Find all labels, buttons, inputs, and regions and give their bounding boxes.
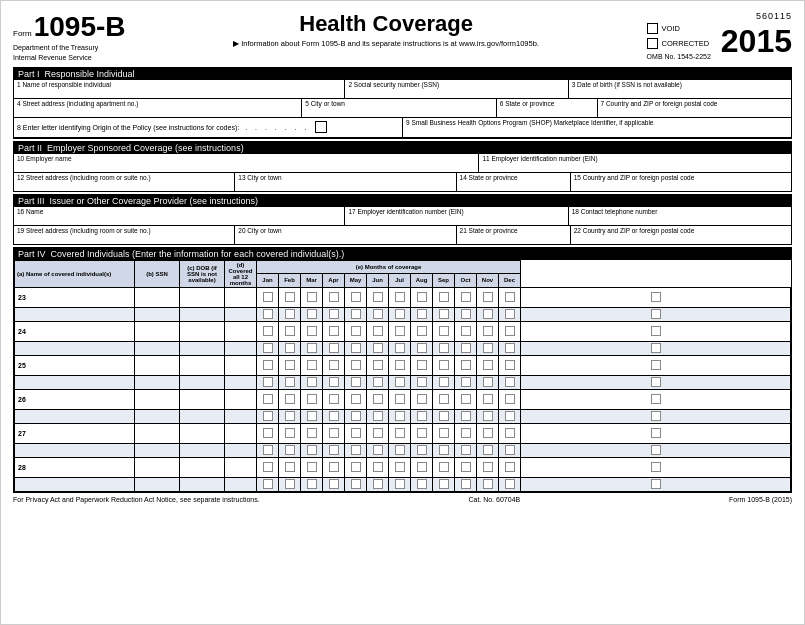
row-27-month-7[interactable]	[433, 423, 455, 443]
row-26-month-1[interactable]	[301, 389, 323, 409]
row-28-month-10[interactable]	[499, 457, 521, 477]
subrow-28-month-4[interactable]	[367, 477, 389, 491]
row-24-all12[interactable]	[257, 321, 279, 341]
subrow-28-month-8[interactable]	[455, 477, 477, 491]
row-26-month-10[interactable]	[499, 389, 521, 409]
row-26-month-6[interactable]	[411, 389, 433, 409]
row-28-month-4[interactable]	[367, 457, 389, 477]
subrow-24-month-4[interactable]	[367, 341, 389, 355]
subrow-26-month-5[interactable]	[389, 409, 411, 423]
subrow-name-27[interactable]	[15, 443, 135, 457]
subrow-23-month-3[interactable]	[345, 307, 367, 321]
subrow-name-28[interactable]	[15, 477, 135, 491]
subrow-25-month-4[interactable]	[367, 375, 389, 389]
subrow-27-month-8[interactable]	[455, 443, 477, 457]
row-25-cell-0[interactable]	[135, 355, 180, 375]
row-25-all12[interactable]	[257, 355, 279, 375]
subrow-26-cell-0[interactable]	[135, 409, 180, 423]
row-27-month-1[interactable]	[301, 423, 323, 443]
row-23-cell-0[interactable]	[135, 287, 180, 307]
subrow-28-month-0[interactable]	[279, 477, 301, 491]
field-20[interactable]: 20 City or town	[235, 226, 456, 244]
row-27-month-6[interactable]	[411, 423, 433, 443]
subrow-28-month-3[interactable]	[345, 477, 367, 491]
subrow-26-month-10[interactable]	[499, 409, 521, 423]
row-28-month-5[interactable]	[389, 457, 411, 477]
subrow-25-month-2[interactable]	[323, 375, 345, 389]
row-28-month-7[interactable]	[433, 457, 455, 477]
subrow-26-month-7[interactable]	[433, 409, 455, 423]
subrow-28-cell-0[interactable]	[135, 477, 180, 491]
void-checkbox[interactable]	[647, 23, 658, 34]
subrow-26-month-1[interactable]	[301, 409, 323, 423]
row-28-cell-0[interactable]	[135, 457, 180, 477]
subrow-28-cell-2[interactable]	[225, 477, 257, 491]
corrected-checkbox[interactable]	[647, 38, 658, 49]
field-22[interactable]: 22 Country and ZIP or foreign postal cod…	[571, 226, 791, 244]
field-11[interactable]: 11 Employer identification number (EIN)	[479, 154, 791, 172]
row-27-cell-2[interactable]	[225, 423, 257, 443]
row-25-month-0[interactable]	[279, 355, 301, 375]
subrow-26-month-2[interactable]	[323, 409, 345, 423]
subrow-27-month-1[interactable]	[301, 443, 323, 457]
row-26-month-11[interactable]	[521, 389, 791, 409]
subrow-26-all12[interactable]	[257, 409, 279, 423]
row-27-month-5[interactable]	[389, 423, 411, 443]
row-23-month-0[interactable]	[279, 287, 301, 307]
row-24-month-3[interactable]	[345, 321, 367, 341]
subrow-25-all12[interactable]	[257, 375, 279, 389]
subrow-23-month-1[interactable]	[301, 307, 323, 321]
subrow-26-month-8[interactable]	[455, 409, 477, 423]
row-27-cell-1[interactable]	[180, 423, 225, 443]
row-24-month-6[interactable]	[411, 321, 433, 341]
row-28-month-1[interactable]	[301, 457, 323, 477]
subrow-23-month-11[interactable]	[521, 307, 791, 321]
field-2[interactable]: 2 Social security number (SSN)	[345, 80, 568, 98]
row-26-cell-0[interactable]	[135, 389, 180, 409]
subrow-28-month-7[interactable]	[433, 477, 455, 491]
row-25-cell-2[interactable]	[225, 355, 257, 375]
row-24-month-11[interactable]	[521, 321, 791, 341]
row-24-month-7[interactable]	[433, 321, 455, 341]
row-28-month-0[interactable]	[279, 457, 301, 477]
subrow-24-month-8[interactable]	[455, 341, 477, 355]
field-8[interactable]: 8 Enter letter identifying Origin of the…	[14, 118, 403, 137]
subrow-28-cell-1[interactable]	[180, 477, 225, 491]
subrow-23-month-4[interactable]	[367, 307, 389, 321]
subrow-25-month-10[interactable]	[499, 375, 521, 389]
row-26-cell-1[interactable]	[180, 389, 225, 409]
row-24-month-8[interactable]	[455, 321, 477, 341]
row-28-all12[interactable]	[257, 457, 279, 477]
subrow-25-month-6[interactable]	[411, 375, 433, 389]
row-26-month-2[interactable]	[323, 389, 345, 409]
row-27-month-10[interactable]	[499, 423, 521, 443]
row-23-all12[interactable]	[257, 287, 279, 307]
row-23-month-1[interactable]	[301, 287, 323, 307]
field-13[interactable]: 13 City or town	[235, 173, 456, 191]
row-26-month-7[interactable]	[433, 389, 455, 409]
row-25-month-1[interactable]	[301, 355, 323, 375]
row-26-all12[interactable]	[257, 389, 279, 409]
row-27-month-11[interactable]	[521, 423, 791, 443]
row-23-month-4[interactable]	[367, 287, 389, 307]
row-24-month-9[interactable]	[477, 321, 499, 341]
field-5[interactable]: 5 City or town	[302, 99, 497, 117]
row-23-month-10[interactable]	[499, 287, 521, 307]
field-15[interactable]: 15 Country and ZIP or foreign postal cod…	[571, 173, 791, 191]
subrow-27-cell-0[interactable]	[135, 443, 180, 457]
field-3[interactable]: 3 Date of birth (if SSN is not available…	[569, 80, 791, 98]
subrow-26-month-3[interactable]	[345, 409, 367, 423]
subrow-23-month-2[interactable]	[323, 307, 345, 321]
field-12[interactable]: 12 Street address (including room or sui…	[14, 173, 235, 191]
row-28-month-2[interactable]	[323, 457, 345, 477]
subrow-28-month-5[interactable]	[389, 477, 411, 491]
subrow-27-month-3[interactable]	[345, 443, 367, 457]
field-7[interactable]: 7 Country and ZIP or foreign postal code	[598, 99, 792, 117]
subrow-24-all12[interactable]	[257, 341, 279, 355]
subrow-24-cell-0[interactable]	[135, 341, 180, 355]
subrow-24-month-0[interactable]	[279, 341, 301, 355]
subrow-26-month-0[interactable]	[279, 409, 301, 423]
subrow-27-month-9[interactable]	[477, 443, 499, 457]
row-25-month-11[interactable]	[521, 355, 791, 375]
subrow-24-month-11[interactable]	[521, 341, 791, 355]
